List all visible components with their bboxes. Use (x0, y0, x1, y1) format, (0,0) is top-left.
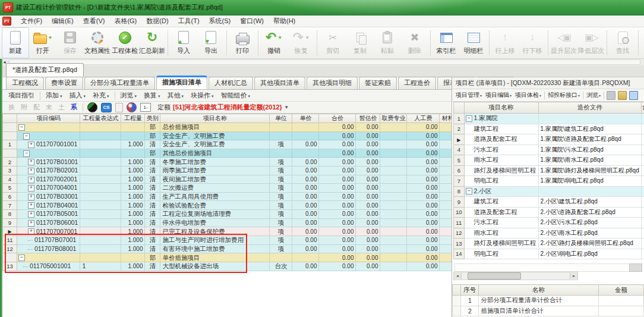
tree-collapse-icon[interactable]: − (23, 133, 30, 140)
tree-expand-icon[interactable]: + (28, 142, 34, 148)
dropdown-arrow-icon[interactable]: ▼ (48, 35, 53, 40)
editbar-item-插入[interactable]: 插入▾ (66, 91, 90, 100)
toolbar-button-import[interactable]: 导入 (170, 27, 197, 58)
toolbar-button-scissors[interactable]: 剪切 (319, 27, 346, 58)
editbar-item-添加[interactable]: 添加▾ (42, 91, 66, 100)
quick-icon-cs[interactable]: CS (101, 103, 112, 112)
toolbar-button-panel-detail[interactable]: 明细栏 (460, 27, 487, 58)
tab-其他项目明细[interactable]: 其他项目明细 (307, 77, 358, 89)
tree-expand-icon[interactable]: + (28, 211, 34, 218)
quick-toggle-换[interactable]: 换 (5, 103, 18, 112)
tree-row[interactable]: 11污水工程2.小区\污水工程.p8qd (454, 218, 644, 228)
menu-item[interactable]: 文件(F) (16, 17, 47, 26)
more-icon[interactable] (629, 91, 638, 100)
toolbar-button-level-up[interactable]: 提升层次 (550, 27, 577, 58)
menu-item[interactable]: 窗口(W) (235, 17, 269, 26)
tab-工程造价[interactable]: 工程造价 (398, 77, 436, 89)
toolbar-button-paste[interactable]: 粘贴 (374, 27, 401, 58)
toolbar-button-undo[interactable]: ▼撤销 (260, 27, 288, 58)
tab-其他项目清单[interactable]: 其他项目清单 (254, 77, 305, 89)
table-row[interactable]: 4+0117070020011.000清夜间施工增加费项0.000.000.00… (3, 175, 462, 184)
quota-dropdown-arrow-icon[interactable]: ▼ (284, 105, 289, 110)
tree-row[interactable]: 14弱电工程2.小区\弱电工程.p8qd (454, 249, 644, 259)
quick-toggle-附[interactable]: 附 (18, 103, 30, 112)
tree-expand-icon[interactable]: + (28, 159, 34, 165)
toolbar-button-panel-index[interactable]: 索引栏 (433, 27, 460, 58)
toolbar-button-copy[interactable]: 复制 (346, 27, 374, 58)
quick-icon-page-gray[interactable] (115, 103, 123, 112)
panel-menu-项目体检[interactable]: 项目体检▾ (513, 91, 543, 99)
tree-row[interactable]: ▶道路及配套工程1.家属院\道路及配套工程.p8qd (454, 134, 644, 145)
folder-icon[interactable] (618, 91, 627, 100)
dropdown-arrow-icon[interactable]: ▼ (277, 35, 282, 40)
document-tab[interactable]: *道路及配套工程.p8qd (6, 63, 84, 77)
toolbar-button-row-up[interactable]: 行上移 (491, 27, 519, 58)
quota-dropdown[interactable]: [51]河北省建筑工程消耗量定额(2012) (173, 103, 282, 112)
panel-menu-浏览[interactable]: 浏览▾ (585, 91, 602, 99)
tree-row[interactable]: 9建筑工程2.小区\建筑工程.p8qd (454, 197, 644, 208)
toolbar-button-row-down[interactable]: 行下移 (519, 27, 546, 58)
tree-collapse-icon[interactable]: − (466, 115, 472, 122)
table-row[interactable]: 9+011707B060011.000清停水停电增加费项0.000.000.00… (3, 218, 462, 227)
tree-row[interactable]: 5雨水工程1.家属院\雨水工程.p8qd (454, 155, 644, 166)
menu-item[interactable]: 查看(V) (78, 17, 110, 26)
toolbar-button-redo[interactable]: ▼恢复 (288, 27, 315, 58)
editbar-item-浏览[interactable]: 浏览▾ (117, 91, 141, 100)
tree-collapse-icon[interactable]: − (466, 188, 472, 194)
table-row[interactable]: 1+0117070010011.000清安全生产、文明施工费项0.000.000… (3, 140, 462, 149)
menu-item[interactable]: 编辑(E) (47, 17, 78, 26)
tree-row[interactable]: 7弱电工程1.家属院\弱电工程.p8qd (454, 176, 644, 187)
tree-row[interactable]: 4污水工程1.家属院\污水工程.p8qd (454, 145, 644, 155)
tree-expand-icon[interactable]: + (28, 194, 34, 200)
quick-icon-1minus[interactable]: 1- (140, 103, 151, 112)
table-row[interactable]: −部其他总价措施项目0.000.000.000 (3, 149, 462, 158)
toolbar-button-delete[interactable]: 删除 (401, 27, 428, 58)
tree-expand-icon[interactable]: + (28, 168, 34, 174)
toolbar-button-refresh[interactable]: 汇总刷新 (138, 27, 166, 58)
table-row[interactable]: 5+0117070040011.000清二次搬运费项0.000.000.000.… (3, 184, 462, 193)
tree-row[interactable]: 2建筑工程1.家属院\建筑工程.p8qd (454, 124, 644, 134)
menu-item[interactable]: 帮助(H) (269, 17, 300, 26)
scroll-right-icon[interactable]: ► (570, 273, 577, 279)
table-row[interactable]: −部安全生产、文明施工费0.000.000.000 (3, 131, 462, 140)
editbar-item-换算[interactable]: 换算▾ (140, 91, 164, 100)
tab-人材机汇总[interactable]: 人材机汇总 (209, 77, 253, 89)
tab-工程概况[interactable]: 工程概况 (6, 77, 44, 89)
editbar-item-项目指引[interactable]: 项目指引 (5, 91, 38, 100)
toolbar-button-doc-props[interactable]: 文档属性 (84, 27, 111, 58)
quick-toggle-系[interactable]: 系 (68, 103, 80, 112)
scrollbar-thumb[interactable] (468, 272, 521, 280)
tree-expand-icon[interactable]: + (28, 202, 34, 209)
toolbar-button-page-new[interactable]: 新建 (2, 27, 29, 58)
quick-toggle-土[interactable]: 土 (55, 103, 68, 112)
tab-分部分项工程量清单[interactable]: 分部分项工程量清单 (84, 77, 155, 89)
dropdown-arrow-icon[interactable]: ▼ (305, 35, 310, 40)
quick-icon-sphere[interactable] (127, 102, 137, 112)
tree-row[interactable]: 10道路及配套工程2.小区\道路及配套工程.p8qd (454, 207, 644, 218)
tree-row[interactable]: 8−2.小区 (454, 186, 644, 197)
toolbar-button-printer[interactable]: 打印 (229, 27, 256, 58)
tab-签证索赔[interactable]: 签证索赔 (359, 77, 397, 89)
tab-费率设置[interactable]: 费率设置 (45, 77, 83, 89)
toolbar-button-export[interactable]: 导出 (197, 27, 225, 58)
tree-expand-icon[interactable]: + (28, 185, 34, 192)
toolbar-button-calculator[interactable]: ▼计算器 (640, 27, 644, 58)
summary-row[interactable]: 1分部分项工程量清单计价合计 (453, 296, 644, 306)
scroll-left-icon[interactable]: ◄ (454, 273, 462, 279)
table-row[interactable]: 7+011707B040011.000清检验试验配合费项0.000.000.00… (3, 201, 462, 210)
tree-row[interactable]: 1−1.家属院 (454, 114, 644, 124)
table-row[interactable]: 6+011707B030011.000清生产工具用具使用费项0.000.000.… (3, 192, 462, 201)
panel-menu-招投标接口[interactable]: 招投标接口▾ (546, 91, 582, 99)
quick-toggle-未[interactable]: 未 (43, 103, 55, 112)
table-row[interactable]: 2+011707B010011.000清冬季施工增加费项0.000.000.00… (3, 158, 462, 167)
tree-collapse-icon[interactable]: − (18, 124, 25, 131)
menu-item[interactable]: 系统(S) (204, 17, 236, 26)
table-row[interactable]: 3+011707B020011.000清雨季施工增加费项0.000.000.00… (3, 166, 462, 175)
tab-措施项目清单[interactable]: 措施项目清单 (156, 76, 207, 89)
table-row[interactable]: 8+011707B050011.000清工程定位复测场地清理费项0.000.00… (3, 209, 462, 218)
tree-row[interactable]: 6路灯及楼梯间照明工程1.家属院\路灯及楼梯间照明工程.p8qd (454, 165, 644, 176)
summary-row[interactable]: 2措施项目清单计价合计 (453, 306, 644, 316)
tree-collapse-icon[interactable]: − (23, 150, 30, 157)
panel-menu-项目编辑[interactable]: 项目编辑▾ (484, 91, 513, 99)
quick-toggle-配[interactable]: 配 (30, 103, 43, 112)
